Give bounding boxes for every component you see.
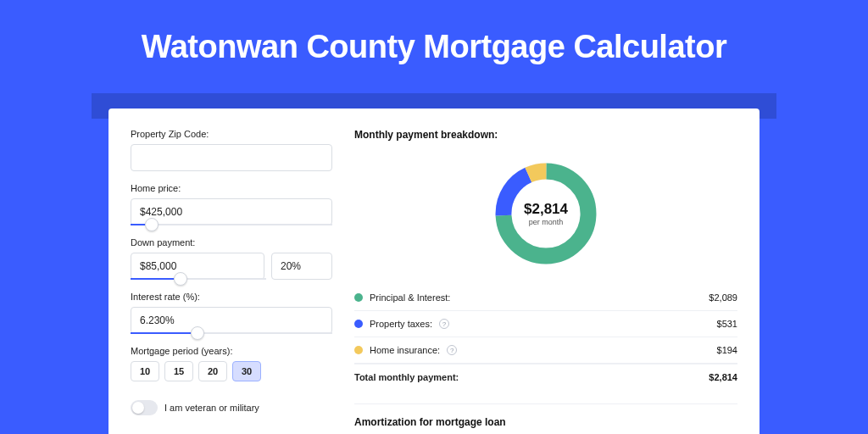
zip-group: Property Zip Code: bbox=[131, 129, 332, 171]
down-amount-input[interactable] bbox=[131, 253, 264, 280]
period-button-30[interactable]: 30 bbox=[232, 361, 261, 381]
veteran-toggle[interactable] bbox=[131, 400, 158, 415]
period-button-10[interactable]: 10 bbox=[131, 361, 159, 381]
amortization-heading: Amortization for mortgage loan bbox=[354, 416, 737, 428]
period-button-20[interactable]: 20 bbox=[198, 361, 227, 381]
legend-value: $194 bbox=[717, 345, 737, 355]
period-label: Mortgage period (years): bbox=[131, 346, 332, 356]
donut-center: $2,814 per month bbox=[490, 158, 602, 270]
swatch-icon bbox=[354, 293, 363, 302]
help-icon[interactable]: ? bbox=[439, 319, 449, 329]
legend-value: $531 bbox=[717, 319, 737, 329]
price-label: Home price: bbox=[131, 183, 332, 193]
legend-row-insurance: Home insurance: ? $194 bbox=[354, 337, 737, 364]
form-column: Property Zip Code: Home price: Down paym… bbox=[131, 129, 332, 434]
down-slider[interactable] bbox=[131, 278, 266, 280]
legend-label: Principal & Interest: bbox=[370, 292, 450, 303]
rate-slider-fill bbox=[131, 332, 191, 334]
rate-group: Interest rate (%): bbox=[131, 292, 332, 334]
page-title: Watonwan County Mortgage Calculator bbox=[0, 0, 868, 82]
rate-label: Interest rate (%): bbox=[131, 292, 332, 302]
swatch-icon bbox=[354, 320, 363, 328]
period-group: Mortgage period (years): 10 15 20 30 bbox=[131, 346, 332, 381]
legend-value: $2,089 bbox=[709, 292, 737, 303]
veteran-row: I am veteran or military bbox=[131, 400, 332, 415]
page: Watonwan County Mortgage Calculator Prop… bbox=[0, 0, 868, 434]
breakdown-title: Monthly payment breakdown: bbox=[354, 129, 737, 141]
donut-wrap: $2,814 per month bbox=[354, 154, 737, 271]
veteran-label: I am veteran or military bbox=[164, 403, 259, 413]
help-icon[interactable]: ? bbox=[447, 345, 457, 355]
breakdown-column: Monthly payment breakdown: $2,814 per mo… bbox=[354, 129, 737, 434]
amortization-section: Amortization for mortgage loan Amortizat… bbox=[354, 403, 737, 434]
period-button-15[interactable]: 15 bbox=[164, 361, 193, 381]
legend-label: Property taxes: bbox=[370, 319, 432, 329]
rate-slider-thumb[interactable] bbox=[191, 326, 204, 340]
legend-label: Home insurance: bbox=[370, 345, 440, 355]
down-group: Down payment: bbox=[131, 237, 332, 280]
legend-row-total: Total monthly payment: $2,814 bbox=[354, 364, 737, 390]
rate-input[interactable] bbox=[131, 307, 332, 334]
total-value: $2,814 bbox=[709, 372, 737, 382]
donut-sub: per month bbox=[529, 218, 564, 226]
period-buttons: 10 15 20 30 bbox=[131, 361, 332, 381]
calculator-card: Property Zip Code: Home price: Down paym… bbox=[108, 108, 760, 434]
price-group: Home price: bbox=[131, 183, 332, 225]
swatch-icon bbox=[354, 346, 363, 354]
total-label: Total monthly payment: bbox=[354, 372, 459, 382]
donut-amount: $2,814 bbox=[524, 201, 568, 218]
legend-row-taxes: Property taxes: ? $531 bbox=[354, 311, 737, 337]
legend-row-principal: Principal & Interest: $2,089 bbox=[354, 285, 737, 311]
zip-input[interactable] bbox=[131, 144, 332, 171]
price-input[interactable] bbox=[131, 198, 332, 225]
down-label: Down payment: bbox=[131, 237, 332, 248]
payment-donut: $2,814 per month bbox=[490, 158, 602, 270]
down-slider-thumb[interactable] bbox=[174, 272, 187, 286]
price-slider-fill bbox=[131, 224, 145, 225]
rate-slider[interactable] bbox=[131, 332, 332, 334]
down-slider-fill bbox=[131, 278, 174, 280]
down-percent-input[interactable] bbox=[271, 253, 332, 280]
price-slider[interactable] bbox=[131, 224, 332, 225]
price-slider-thumb[interactable] bbox=[145, 218, 159, 231]
legend: Principal & Interest: $2,089 Property ta… bbox=[354, 285, 737, 390]
zip-label: Property Zip Code: bbox=[131, 129, 332, 139]
